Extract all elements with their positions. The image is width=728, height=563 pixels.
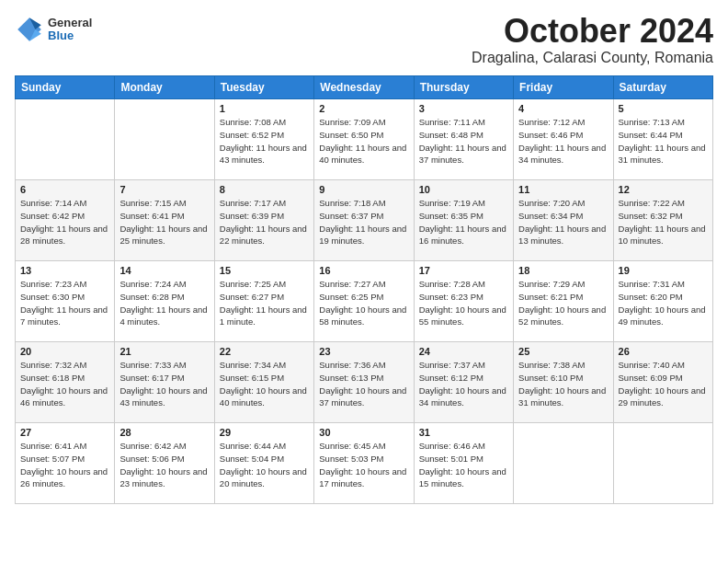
day-cell-25: 25Sunrise: 7:38 AMSunset: 6:10 PMDayligh… — [514, 342, 613, 423]
day-info: Sunrise: 7:29 AMSunset: 6:21 PMDaylight:… — [518, 278, 608, 328]
day-info: Sunrise: 6:42 AMSunset: 5:06 PMDaylight:… — [119, 440, 209, 490]
day-number: 4 — [518, 103, 608, 114]
day-info: Sunrise: 7:31 AMSunset: 6:20 PMDaylight:… — [619, 278, 708, 328]
day-cell-26: 26Sunrise: 7:40 AMSunset: 6:09 PMDayligh… — [613, 342, 712, 423]
day-cell-22: 22Sunrise: 7:34 AMSunset: 6:15 PMDayligh… — [214, 342, 313, 423]
day-info: Sunrise: 7:09 AMSunset: 6:50 PMDaylight:… — [319, 116, 408, 167]
calendar-week-row: 6Sunrise: 7:14 AMSunset: 6:42 PMDaylight… — [16, 180, 713, 261]
weekday-header-friday: Friday — [514, 76, 613, 99]
day-info: Sunrise: 7:08 AMSunset: 6:52 PMDaylight:… — [220, 116, 309, 167]
day-number: 31 — [419, 427, 508, 438]
svg-marker-0 — [17, 17, 41, 41]
weekday-header-saturday: Saturday — [613, 76, 712, 99]
day-info: Sunrise: 7:40 AMSunset: 6:09 PMDaylight:… — [619, 359, 708, 409]
day-info: Sunrise: 7:17 AMSunset: 6:39 PMDaylight:… — [220, 197, 309, 247]
weekday-header-wednesday: Wednesday — [314, 76, 414, 99]
day-info: Sunrise: 7:15 AMSunset: 6:41 PMDaylight:… — [119, 197, 209, 247]
calendar-week-row: 13Sunrise: 7:23 AMSunset: 6:30 PMDayligh… — [16, 261, 713, 342]
day-info: Sunrise: 7:25 AMSunset: 6:27 PMDaylight:… — [220, 278, 309, 328]
day-number: 12 — [619, 184, 708, 195]
empty-cell — [16, 99, 115, 180]
day-number: 13 — [20, 265, 109, 276]
logo-general: General — [48, 17, 92, 29]
day-info: Sunrise: 7:18 AMSunset: 6:37 PMDaylight:… — [319, 197, 408, 247]
day-cell-8: 8Sunrise: 7:17 AMSunset: 6:39 PMDaylight… — [214, 180, 313, 261]
day-number: 21 — [119, 346, 209, 357]
day-number: 23 — [319, 346, 408, 357]
day-number: 28 — [119, 427, 209, 438]
calendar-week-row: 27Sunrise: 6:41 AMSunset: 5:07 PMDayligh… — [16, 423, 713, 504]
day-number: 15 — [220, 265, 309, 276]
header: General Blue October 2024 Dragalina, Cal… — [15, 15, 713, 66]
day-info: Sunrise: 7:36 AMSunset: 6:13 PMDaylight:… — [319, 359, 408, 409]
day-number: 25 — [518, 346, 608, 357]
day-info: Sunrise: 6:45 AMSunset: 5:03 PMDaylight:… — [319, 440, 408, 490]
weekday-header-sunday: Sunday — [16, 76, 115, 99]
day-number: 27 — [20, 427, 109, 438]
weekday-header-thursday: Thursday — [414, 76, 513, 99]
calendar-week-row: 20Sunrise: 7:32 AMSunset: 6:18 PMDayligh… — [16, 342, 713, 423]
day-cell-23: 23Sunrise: 7:36 AMSunset: 6:13 PMDayligh… — [314, 342, 414, 423]
day-cell-20: 20Sunrise: 7:32 AMSunset: 6:18 PMDayligh… — [16, 342, 115, 423]
day-info: Sunrise: 7:19 AMSunset: 6:35 PMDaylight:… — [419, 197, 508, 247]
day-info: Sunrise: 7:27 AMSunset: 6:25 PMDaylight:… — [319, 278, 408, 328]
day-number: 9 — [319, 184, 408, 195]
day-cell-4: 4Sunrise: 7:12 AMSunset: 6:46 PMDaylight… — [514, 99, 613, 180]
day-number: 20 — [20, 346, 109, 357]
day-cell-30: 30Sunrise: 6:45 AMSunset: 5:03 PMDayligh… — [314, 423, 414, 504]
day-number: 17 — [419, 265, 508, 276]
day-info: Sunrise: 6:41 AMSunset: 5:07 PMDaylight:… — [20, 440, 109, 490]
empty-cell — [613, 423, 712, 504]
day-cell-18: 18Sunrise: 7:29 AMSunset: 6:21 PMDayligh… — [514, 261, 613, 342]
weekday-header-row: SundayMondayTuesdayWednesdayThursdayFrid… — [16, 76, 713, 99]
day-cell-1: 1Sunrise: 7:08 AMSunset: 6:52 PMDaylight… — [214, 99, 313, 180]
logo-blue: Blue — [48, 29, 92, 42]
title-block: October 2024 Dragalina, Calarasi County,… — [472, 15, 713, 66]
day-info: Sunrise: 7:32 AMSunset: 6:18 PMDaylight:… — [20, 359, 109, 409]
day-info: Sunrise: 7:23 AMSunset: 6:30 PMDaylight:… — [20, 278, 109, 328]
day-number: 5 — [619, 103, 708, 114]
empty-cell — [115, 99, 214, 180]
calendar-week-row: 1Sunrise: 7:08 AMSunset: 6:52 PMDaylight… — [16, 99, 713, 180]
day-cell-19: 19Sunrise: 7:31 AMSunset: 6:20 PMDayligh… — [613, 261, 712, 342]
day-cell-29: 29Sunrise: 6:44 AMSunset: 5:04 PMDayligh… — [214, 423, 313, 504]
logo-icon — [15, 15, 44, 44]
page: General Blue October 2024 Dragalina, Cal… — [0, 0, 728, 563]
day-cell-10: 10Sunrise: 7:19 AMSunset: 6:35 PMDayligh… — [414, 180, 513, 261]
logo: General Blue — [15, 15, 92, 44]
day-cell-15: 15Sunrise: 7:25 AMSunset: 6:27 PMDayligh… — [214, 261, 313, 342]
day-number: 2 — [319, 103, 408, 114]
day-number: 14 — [119, 265, 209, 276]
day-info: Sunrise: 7:24 AMSunset: 6:28 PMDaylight:… — [119, 278, 209, 328]
day-number: 18 — [518, 265, 608, 276]
calendar-table: SundayMondayTuesdayWednesdayThursdayFrid… — [15, 75, 713, 504]
weekday-header-monday: Monday — [115, 76, 214, 99]
day-number: 24 — [419, 346, 508, 357]
page-title: October 2024 — [472, 15, 713, 48]
day-cell-3: 3Sunrise: 7:11 AMSunset: 6:48 PMDaylight… — [414, 99, 513, 180]
day-info: Sunrise: 7:11 AMSunset: 6:48 PMDaylight:… — [419, 116, 508, 167]
weekday-header-tuesday: Tuesday — [214, 76, 313, 99]
day-info: Sunrise: 7:33 AMSunset: 6:17 PMDaylight:… — [119, 359, 209, 409]
day-cell-28: 28Sunrise: 6:42 AMSunset: 5:06 PMDayligh… — [115, 423, 214, 504]
day-info: Sunrise: 7:22 AMSunset: 6:32 PMDaylight:… — [619, 197, 708, 247]
day-cell-24: 24Sunrise: 7:37 AMSunset: 6:12 PMDayligh… — [414, 342, 513, 423]
day-cell-9: 9Sunrise: 7:18 AMSunset: 6:37 PMDaylight… — [314, 180, 414, 261]
day-number: 7 — [119, 184, 209, 195]
day-number: 3 — [419, 103, 508, 114]
day-info: Sunrise: 7:34 AMSunset: 6:15 PMDaylight:… — [220, 359, 309, 409]
day-cell-31: 31Sunrise: 6:46 AMSunset: 5:01 PMDayligh… — [414, 423, 513, 504]
day-cell-13: 13Sunrise: 7:23 AMSunset: 6:30 PMDayligh… — [16, 261, 115, 342]
day-number: 26 — [619, 346, 708, 357]
day-number: 6 — [20, 184, 109, 195]
day-info: Sunrise: 7:13 AMSunset: 6:44 PMDaylight:… — [619, 116, 708, 167]
day-cell-17: 17Sunrise: 7:28 AMSunset: 6:23 PMDayligh… — [414, 261, 513, 342]
day-info: Sunrise: 7:12 AMSunset: 6:46 PMDaylight:… — [518, 116, 608, 167]
day-info: Sunrise: 6:44 AMSunset: 5:04 PMDaylight:… — [220, 440, 309, 490]
day-cell-11: 11Sunrise: 7:20 AMSunset: 6:34 PMDayligh… — [514, 180, 613, 261]
day-info: Sunrise: 6:46 AMSunset: 5:01 PMDaylight:… — [419, 440, 508, 490]
day-number: 29 — [220, 427, 309, 438]
day-cell-21: 21Sunrise: 7:33 AMSunset: 6:17 PMDayligh… — [115, 342, 214, 423]
day-info: Sunrise: 7:28 AMSunset: 6:23 PMDaylight:… — [419, 278, 508, 328]
day-cell-16: 16Sunrise: 7:27 AMSunset: 6:25 PMDayligh… — [314, 261, 414, 342]
